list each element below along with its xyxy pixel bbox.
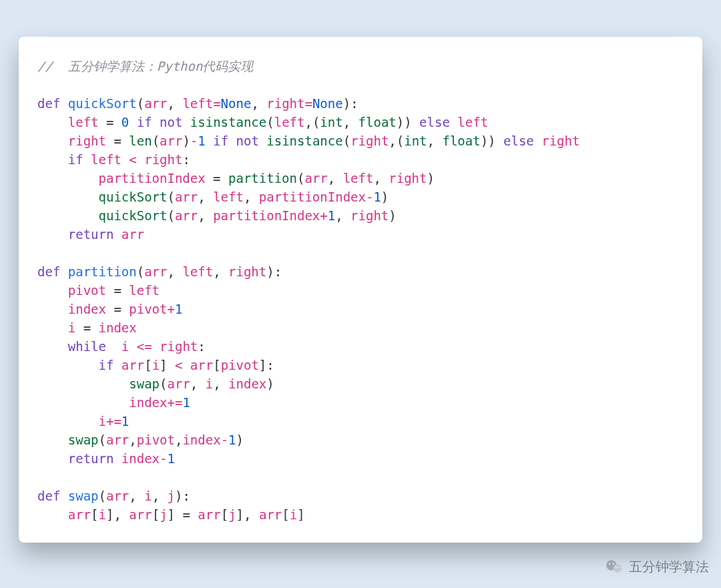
code-line: if arr[i] < arr[pivot]: (37, 358, 274, 372)
code-line: if left < right: (37, 152, 190, 167)
code-line: quickSort(arr, partitionIndex+1, right) (37, 208, 397, 223)
code-line: def partition(arr, left, right): (37, 264, 282, 279)
code-line: swap(arr, i, index) (37, 376, 274, 391)
code-line: swap(arr,pivot,index-1) (37, 432, 244, 447)
code-block: // 五分钟学算法：Python代码实现 def quickSort(arr, … (37, 57, 684, 524)
code-line: def swap(arr, i, j): (37, 489, 190, 503)
svg-point-5 (618, 567, 620, 568)
svg-point-4 (616, 567, 617, 568)
code-line: index = pivot+1 (37, 302, 182, 316)
code-line: // 五分钟学算法：Python代码实现 (37, 59, 253, 73)
code-card: // 五分钟学算法：Python代码实现 def quickSort(arr, … (19, 37, 702, 543)
svg-point-2 (609, 563, 610, 565)
watermark-text: 五分钟学算法 (629, 558, 709, 576)
code-line: i+=1 (37, 414, 129, 428)
svg-point-1 (614, 565, 622, 573)
code-line: return index-1 (37, 451, 175, 466)
code-line: arr[i], arr[j] = arr[j], arr[i] (37, 507, 305, 522)
code-line: index+=1 (37, 395, 190, 410)
code-line: partitionIndex = partition(arr, left, ri… (37, 171, 435, 186)
code-line: while i <= right: (37, 339, 206, 354)
code-line: right = len(arr)-1 if not isinstance(rig… (37, 133, 579, 148)
code-line: def quickSort(arr, left=None, right=None… (37, 96, 358, 111)
code-line: pivot = left (37, 283, 160, 298)
svg-point-3 (612, 563, 614, 565)
watermark: 五分钟学算法 (605, 557, 709, 576)
code-line: i = index (37, 320, 137, 335)
code-line: quickSort(arr, left, partitionIndex-1) (37, 190, 389, 204)
code-line: return arr (37, 227, 144, 242)
wechat-icon (605, 557, 624, 576)
code-line: left = 0 if not isinstance(left,(int, fl… (37, 115, 488, 129)
